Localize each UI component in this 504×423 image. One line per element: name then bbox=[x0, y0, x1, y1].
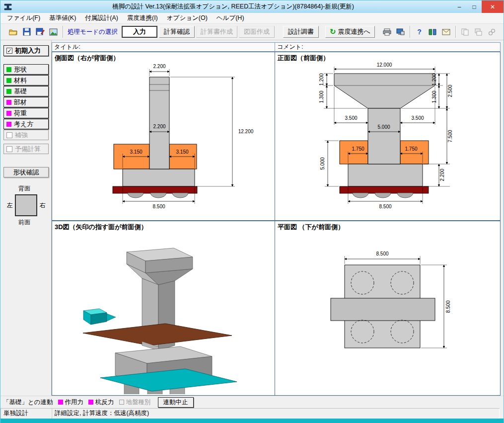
status-square-icon bbox=[6, 111, 11, 116]
help-book-icon[interactable] bbox=[426, 25, 439, 38]
sidebar-item-member[interactable]: 部材 bbox=[3, 97, 49, 107]
menu-attached-design[interactable]: 付属設計(A) bbox=[80, 13, 123, 23]
dim-label: 1.300 bbox=[319, 90, 324, 103]
sidebar-item-initial-input[interactable]: ✓ 初期入力 bbox=[3, 45, 49, 56]
sidebar-item-load[interactable]: 荷重 bbox=[3, 108, 49, 118]
seismic-link-button[interactable]: ↻ 震度連携へ bbox=[325, 26, 375, 38]
display-settings-icon[interactable] bbox=[394, 25, 407, 38]
dim-label: 12.000 bbox=[377, 62, 392, 68]
status-square-icon bbox=[6, 100, 11, 105]
view-3d-title: 3D図（矢印の指す面が前面側） bbox=[52, 221, 275, 231]
print-icon[interactable] bbox=[380, 25, 394, 38]
dim-label: 1.200 bbox=[432, 73, 437, 85]
status-square-icon bbox=[6, 67, 11, 72]
svg-text:?: ? bbox=[417, 28, 422, 36]
dim-label: 3.150 bbox=[130, 149, 142, 155]
sidebar-item-foundation[interactable]: 基礎 bbox=[3, 86, 49, 96]
window-title: 橋脚の設計 Ver.13(保耐法拡張オプション, REED工法オプション)(87… bbox=[14, 2, 452, 11]
menubar: ファイル(F) 基準値(K) 付属設計(A) 震度連携(I) オプション(O) … bbox=[0, 13, 504, 24]
dim-label: 5.000 bbox=[320, 157, 325, 169]
dim-label: 2.200 bbox=[153, 124, 165, 129]
menu-seismic-link[interactable]: 震度連携(I) bbox=[123, 13, 162, 23]
orientation-left-label: 左 bbox=[7, 201, 13, 210]
input-mode-button[interactable]: 入力 bbox=[122, 26, 157, 38]
status-detail: 詳細設定, 計算速度：低速(高精度) bbox=[52, 408, 500, 419]
comment-field-label: コメント: bbox=[277, 43, 303, 51]
dim-label: 3.500 bbox=[345, 115, 357, 121]
sidebar-item-reinforcement: 補強 bbox=[3, 130, 49, 140]
sidebar: ✓ 初期入力 形状 材料 基礎 部材 荷重 考え方 補強 bbox=[0, 40, 52, 396]
save-as-icon[interactable] bbox=[33, 25, 47, 38]
sidebar-item-label: 形状 bbox=[14, 65, 27, 74]
toolbar-separator bbox=[455, 26, 456, 38]
toolbar-separator bbox=[410, 26, 410, 38]
menu-help[interactable]: ヘルプ(H) bbox=[212, 13, 249, 23]
statusbar: 単独設計 詳細設定, 計算速度：低速(高精度) bbox=[0, 408, 504, 419]
dim-label: 1.750 bbox=[352, 146, 364, 152]
ground-type-legend: 地盤種別 bbox=[119, 398, 151, 407]
plan-view-drawing: 8.500 8.500 bbox=[275, 231, 500, 395]
help-icon[interactable]: ? bbox=[413, 25, 426, 38]
menu-standard-values[interactable]: 基準値(K) bbox=[45, 13, 80, 23]
app-icon bbox=[3, 3, 12, 11]
export-image-icon[interactable] bbox=[47, 25, 60, 38]
sidebar-item-label: 予備計算 bbox=[15, 145, 41, 154]
toolbar-separator bbox=[63, 26, 63, 38]
sidebar-item-approach[interactable]: 考え方 bbox=[3, 119, 49, 129]
dim-label: 8.500 bbox=[376, 251, 388, 256]
dim-label: 2.200 bbox=[153, 64, 165, 69]
front-view-panel: 正面図（前面側） 12.000 bbox=[275, 52, 501, 221]
pile-reaction-legend[interactable]: 杭反力 bbox=[88, 398, 114, 407]
foundation-link-label: 「基礎」との連動 bbox=[3, 398, 53, 407]
side-view-panel: 側面図（右が背面側） 2.200 2.200 bbox=[52, 52, 275, 221]
shape-confirm-button[interactable]: 形状確認 bbox=[3, 167, 49, 177]
report-create-button: 計算書作成 bbox=[196, 26, 237, 38]
plan-view-title: 平面図 （下が前面側） bbox=[275, 221, 500, 231]
menu-file[interactable]: ファイル(F) bbox=[2, 13, 45, 23]
sidebar-item-label: 考え方 bbox=[14, 120, 33, 129]
title-field-label: タイトル: bbox=[54, 43, 80, 51]
link-cancel-button[interactable]: 連動中止 bbox=[158, 397, 194, 408]
toolbar: 処理モードの選択 入力 計算確認 計算書作成 図面作成 設計調書 ↻ 震度連携へ… bbox=[0, 24, 504, 40]
minimize-button[interactable]: – bbox=[452, 0, 467, 13]
shape-confirm-label: 形状確認 bbox=[13, 168, 39, 177]
menu-options[interactable]: オプション(O) bbox=[162, 13, 212, 23]
comment-field[interactable]: コメント: bbox=[275, 42, 501, 52]
status-square-icon bbox=[6, 122, 11, 127]
maximize-button[interactable]: □ bbox=[467, 0, 482, 13]
sidebar-item-label: 材料 bbox=[14, 76, 27, 85]
acting-force-legend[interactable]: 作用力 bbox=[58, 398, 84, 407]
open-file-icon[interactable] bbox=[6, 25, 20, 38]
dim-label: 12.200 bbox=[238, 129, 254, 134]
front-view-title: 正面図（前面側） bbox=[275, 52, 500, 62]
pile-reaction-label: 杭反力 bbox=[95, 398, 114, 407]
status-mode: 単独設計 bbox=[0, 408, 52, 419]
dim-label: 2.500 bbox=[447, 85, 453, 97]
dim-label: 3.150 bbox=[176, 149, 188, 155]
calc-check-button[interactable]: 計算確認 bbox=[159, 26, 195, 38]
drawing-create-button: 図面作成 bbox=[239, 26, 275, 38]
mail-icon[interactable] bbox=[439, 25, 453, 38]
status-square-icon bbox=[6, 78, 11, 83]
refresh-icon: ↻ bbox=[330, 27, 336, 36]
front-view-drawing: 12.000 1.200 1.300 1.200 1.300 2.500 3 bbox=[275, 62, 500, 219]
orientation-back-label: 背面 bbox=[18, 184, 30, 193]
design-report-button[interactable]: 設計調書 bbox=[283, 26, 319, 38]
status-square-icon bbox=[6, 89, 11, 94]
side-view-drawing: 2.200 2.200 3.150 3.150 8.500 12.200 bbox=[52, 62, 275, 219]
dim-label: 1.750 bbox=[405, 146, 417, 152]
checked-checkbox-icon: ✓ bbox=[6, 48, 12, 54]
sidebar-item-shape[interactable]: 形状 bbox=[3, 64, 49, 75]
save-icon[interactable] bbox=[20, 25, 33, 38]
close-button[interactable]: ✕ bbox=[482, 0, 504, 13]
magenta-square-icon bbox=[58, 400, 63, 405]
ground-type-label: 地盤種別 bbox=[126, 398, 151, 407]
orientation-front-label: 前面 bbox=[18, 218, 30, 227]
dim-label: 3.500 bbox=[411, 115, 424, 121]
title-field[interactable]: タイトル: bbox=[52, 42, 275, 52]
window-cascade-icon bbox=[472, 25, 485, 38]
sidebar-item-label: 基礎 bbox=[14, 87, 27, 96]
empty-square-icon bbox=[119, 400, 124, 405]
sidebar-item-material[interactable]: 材料 bbox=[3, 75, 49, 85]
dim-label: 1.200 bbox=[319, 73, 324, 85]
